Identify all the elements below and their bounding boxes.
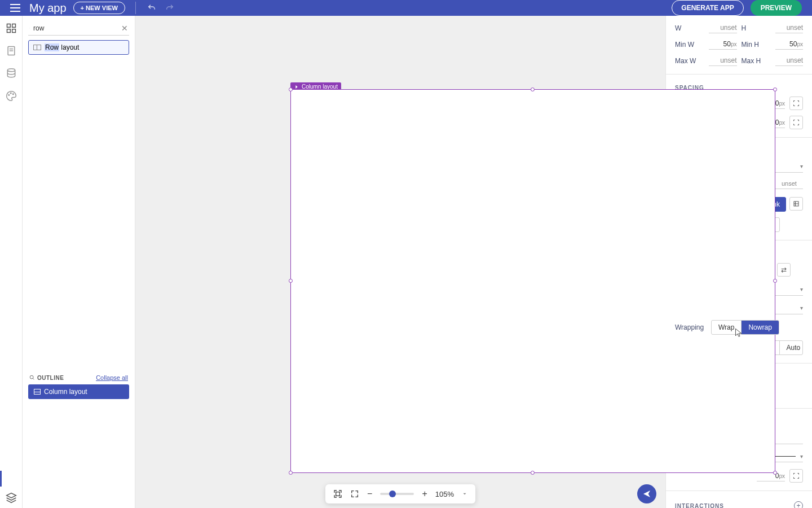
w-input[interactable]: unset xyxy=(709,23,737,33)
search-result-row-layout[interactable]: Row layout xyxy=(28,40,129,55)
maxh-label: Max H xyxy=(742,57,773,65)
app-header: My app + NEW VIEW GENERATE APP PREVIEW xyxy=(0,0,812,16)
collapse-all-link[interactable]: Collapse all xyxy=(96,374,128,381)
add-interaction-icon[interactable]: + xyxy=(794,501,803,508)
expand-margin-icon[interactable] xyxy=(789,97,803,110)
expand-padding-icon[interactable] xyxy=(789,116,803,129)
zoom-in-icon[interactable]: + xyxy=(422,489,427,499)
svg-rect-1 xyxy=(12,24,15,28)
palette-icon[interactable] xyxy=(6,90,17,102)
resize-handle[interactable] xyxy=(289,471,293,475)
generate-app-button[interactable]: GENERATE APP xyxy=(672,0,743,16)
resize-more-icon[interactable] xyxy=(789,197,803,211)
minw-label: Min W xyxy=(675,41,707,49)
result-label: Row layout xyxy=(45,43,79,51)
nowrap-button[interactable]: Nowrap xyxy=(742,321,778,334)
redo-icon[interactable] xyxy=(164,2,175,14)
components-icon[interactable] xyxy=(6,23,17,34)
minh-input[interactable]: 50px xyxy=(775,39,804,50)
fullscreen-icon[interactable] xyxy=(350,489,359,498)
send-icon xyxy=(642,489,651,498)
resize-handle[interactable] xyxy=(773,87,777,91)
overflow-auto-button[interactable]: Auto xyxy=(780,341,804,354)
svg-marker-11 xyxy=(6,493,16,498)
minh-label: Min H xyxy=(742,41,773,49)
outline-panel: OUTLINE Collapse all Column layout xyxy=(28,371,129,399)
maxw-label: Max W xyxy=(675,57,707,65)
component-sidebar: ✕ Row layout OUTLINE Collapse all Column… xyxy=(23,16,135,508)
resize-handle[interactable] xyxy=(531,87,535,91)
svg-point-14 xyxy=(30,375,33,379)
search-input-wrapper: ✕ xyxy=(28,21,129,36)
w-label: W xyxy=(675,24,707,32)
canvas[interactable]: Column layout − + 105% xyxy=(135,16,665,508)
offset-left-input[interactable]: unset xyxy=(775,178,803,189)
interactions-title: INTERACTIONS xyxy=(675,503,724,509)
resize-handle[interactable] xyxy=(289,87,293,91)
wrapping-toggle: Wrap Nowrap xyxy=(711,320,779,335)
search-small-icon xyxy=(29,375,35,380)
undo-icon[interactable] xyxy=(146,2,157,14)
search-icon xyxy=(29,25,30,32)
svg-point-12 xyxy=(29,28,30,29)
page-icon[interactable] xyxy=(6,45,17,56)
wrapping-label: Wrapping xyxy=(675,323,707,331)
resize-handle[interactable] xyxy=(531,471,535,475)
preview-button[interactable]: PREVIEW xyxy=(751,0,802,16)
clear-search-icon[interactable]: ✕ xyxy=(121,24,128,33)
zoom-out-icon[interactable]: − xyxy=(367,489,372,499)
outline-title: OUTLINE xyxy=(29,375,64,381)
send-button[interactable] xyxy=(637,484,656,503)
maxh-input[interactable]: unset xyxy=(775,55,804,66)
svg-rect-16 xyxy=(336,492,340,496)
zoom-slider[interactable] xyxy=(380,493,414,495)
search-input[interactable] xyxy=(33,24,118,32)
swap-direction-icon[interactable]: ⇄ xyxy=(777,263,791,277)
expand-border-icon[interactable] xyxy=(789,469,803,483)
app-title: My app xyxy=(29,2,67,15)
menu-icon[interactable] xyxy=(10,4,20,12)
h-input[interactable]: unset xyxy=(775,23,804,33)
column-layout-icon xyxy=(34,389,41,395)
svg-point-9 xyxy=(10,93,11,94)
minw-input[interactable]: 50px xyxy=(709,39,737,50)
chevron-down-icon[interactable] xyxy=(462,491,467,497)
svg-rect-3 xyxy=(12,29,15,33)
svg-rect-2 xyxy=(7,29,10,33)
selection-icon xyxy=(294,84,299,90)
svg-point-8 xyxy=(8,95,10,96)
resize-handle[interactable] xyxy=(773,471,777,475)
svg-line-15 xyxy=(33,378,34,379)
fit-icon[interactable] xyxy=(333,489,342,498)
canvas-frame[interactable] xyxy=(290,89,775,473)
divider xyxy=(135,2,136,14)
outline-item-column-layout[interactable]: Column layout xyxy=(28,384,129,399)
zoom-toolbar: − + 105% xyxy=(325,484,475,503)
h-label: H xyxy=(742,24,773,32)
zoom-value: 105% xyxy=(435,490,454,498)
outline-item-label: Column layout xyxy=(44,388,87,396)
svg-rect-0 xyxy=(7,24,10,28)
row-layout-icon xyxy=(33,45,41,50)
new-view-button[interactable]: + NEW VIEW xyxy=(73,2,125,14)
rail-active-indicator xyxy=(0,471,2,487)
svg-point-7 xyxy=(7,69,15,72)
svg-point-10 xyxy=(12,94,14,95)
database-icon[interactable] xyxy=(6,68,17,79)
tool-rail xyxy=(0,16,23,508)
layers-icon[interactable] xyxy=(6,492,17,503)
cursor-icon xyxy=(735,328,743,338)
resize-handle[interactable] xyxy=(289,279,293,283)
maxw-input[interactable]: unset xyxy=(709,55,737,66)
resize-handle[interactable] xyxy=(773,279,777,283)
